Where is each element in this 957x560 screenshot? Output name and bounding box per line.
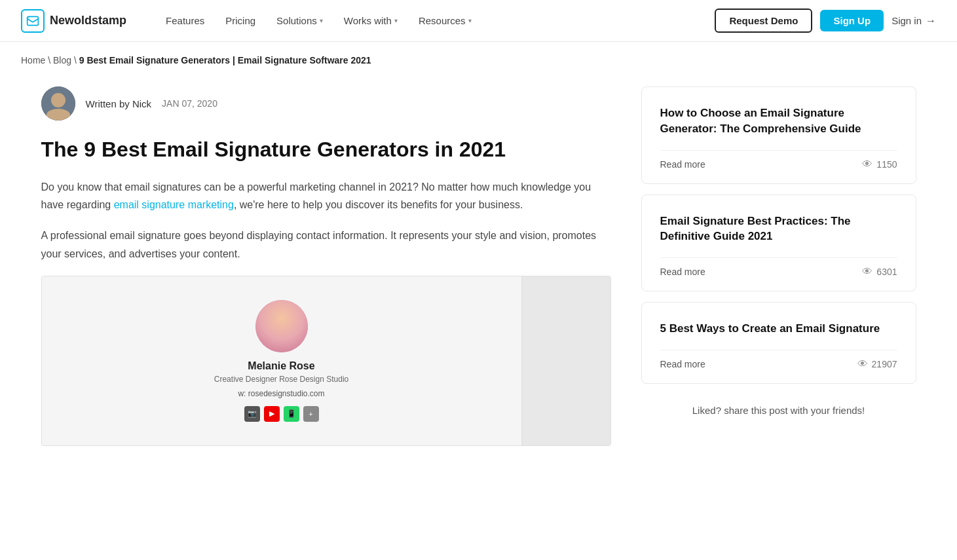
request-demo-button[interactable]: Request Demo: [715, 9, 812, 33]
signature-website: w: rosedesignstudio.com: [55, 389, 508, 398]
breadcrumb: Home \ Blog \ 9 Best Email Signature Gen…: [0, 42, 957, 71]
article-intro-2: A professional email signature goes beyo…: [41, 227, 615, 262]
eye-icon-3: 👁: [857, 358, 868, 370]
image-inner: Melanie Rose Creative Designer Rose Desi…: [42, 276, 610, 445]
sidebar-card-3-read-more[interactable]: Read more: [660, 359, 705, 369]
sidebar-card-3: 5 Best Ways to Create an Email Signature…: [641, 302, 916, 384]
breadcrumb-blog[interactable]: Blog: [53, 55, 71, 65]
article-column: Written by Nick JAN 07, 2020 The 9 Best …: [41, 86, 615, 446]
image-left: Melanie Rose Creative Designer Rose Desi…: [42, 276, 522, 445]
author-name: Written by Nick: [86, 98, 152, 109]
sidebar-card-1-view-count: 1150: [876, 159, 897, 170]
article-date: JAN 07, 2020: [162, 98, 217, 109]
signature-social-icons: 📷 ▶ 📱 +: [55, 406, 508, 422]
sidebar-card-3-title: 5 Best Ways to Create an Email Signature: [660, 321, 897, 337]
sidebar-card-1: How to Choose an Email Signature Generat…: [641, 86, 916, 184]
resources-chevron-icon: ▾: [468, 17, 472, 24]
sign-in-link[interactable]: Sign in →: [891, 15, 936, 27]
sidebar-card-1-footer: Read more 👁 1150: [660, 150, 897, 170]
main-layout: Written by Nick JAN 07, 2020 The 9 Best …: [20, 71, 937, 462]
sidebar-card-1-read-more[interactable]: Read more: [660, 159, 705, 170]
sidebar-card-2-views: 👁 6301: [862, 266, 897, 278]
logo-link[interactable]: Newoldstamp: [21, 9, 126, 33]
breadcrumb-sep1: \: [48, 55, 53, 65]
breadcrumb-current: 9 Best Email Signature Generators | Emai…: [79, 55, 371, 65]
sidebar-card-2-footer: Read more 👁 6301: [660, 257, 897, 278]
avatar: [41, 86, 75, 121]
instagram-icon: 📷: [244, 406, 260, 422]
breadcrumb-home[interactable]: Home: [21, 55, 45, 65]
solutions-chevron-icon: ▾: [320, 17, 323, 24]
article-title: The 9 Best Email Signature Generators in…: [41, 136, 615, 162]
avatar-image: [41, 86, 75, 121]
image-right: [522, 276, 610, 445]
sidebar-card-2-read-more[interactable]: Read more: [660, 267, 705, 277]
signature-name: Melanie Rose: [55, 360, 508, 372]
works-with-chevron-icon: ▾: [394, 17, 398, 24]
sidebar-card-1-title: How to Choose an Email Signature Generat…: [660, 105, 897, 137]
signature-avatar-inner: [255, 300, 308, 352]
eye-icon-2: 👁: [862, 266, 873, 278]
article-image: Melanie Rose Creative Designer Rose Desi…: [41, 276, 611, 446]
youtube-icon: ▶: [264, 406, 280, 422]
nav-links: Features Pricing Solutions ▾ Works with …: [158, 10, 715, 31]
logo-text: Newoldstamp: [50, 14, 126, 28]
article-intro-1: Do you know that email signatures can be…: [41, 178, 615, 214]
sidebar-card-1-views: 👁 1150: [862, 159, 897, 170]
nav-pricing[interactable]: Pricing: [217, 10, 263, 31]
sidebar-column: How to Choose an Email Signature Generat…: [641, 86, 916, 446]
nav-works-with[interactable]: Works with ▾: [336, 10, 405, 31]
signature-avatar: [255, 300, 308, 352]
sidebar-card-2-view-count: 6301: [876, 267, 897, 277]
sign-in-arrow-icon: →: [926, 15, 936, 27]
sidebar-card-3-footer: Read more 👁 21907: [660, 350, 897, 370]
whatsapp-icon: 📱: [284, 406, 299, 422]
sidebar-card-3-views: 👁 21907: [857, 358, 897, 370]
sidebar-card-2: Email Signature Best Practices: The Defi…: [641, 195, 916, 292]
email-signature-marketing-link[interactable]: email signature marketing: [114, 199, 234, 210]
signature-title: Creative Designer Rose Design Studio: [55, 375, 508, 384]
nav-actions: Request Demo Sign Up Sign in →: [715, 9, 936, 33]
eye-icon-1: 👁: [862, 159, 873, 170]
author-row: Written by Nick JAN 07, 2020: [41, 86, 615, 121]
logo-icon: [21, 9, 45, 33]
nav-solutions[interactable]: Solutions ▾: [269, 10, 331, 31]
nav-resources[interactable]: Resources ▾: [411, 10, 479, 31]
signature-card: Melanie Rose Creative Designer Rose Desi…: [42, 287, 521, 435]
extra-icon: +: [303, 406, 319, 422]
sign-up-button[interactable]: Sign Up: [820, 10, 884, 31]
breadcrumb-sep2: \: [74, 55, 79, 65]
sidebar-card-2-title: Email Signature Best Practices: The Defi…: [660, 214, 897, 245]
nav-features[interactable]: Features: [158, 10, 212, 31]
share-text: Liked? share this post with your friends…: [641, 394, 916, 419]
sidebar-card-3-view-count: 21907: [872, 359, 897, 369]
author-info: Written by Nick: [86, 98, 152, 109]
navbar: Newoldstamp Features Pricing Solutions ▾…: [0, 0, 957, 42]
